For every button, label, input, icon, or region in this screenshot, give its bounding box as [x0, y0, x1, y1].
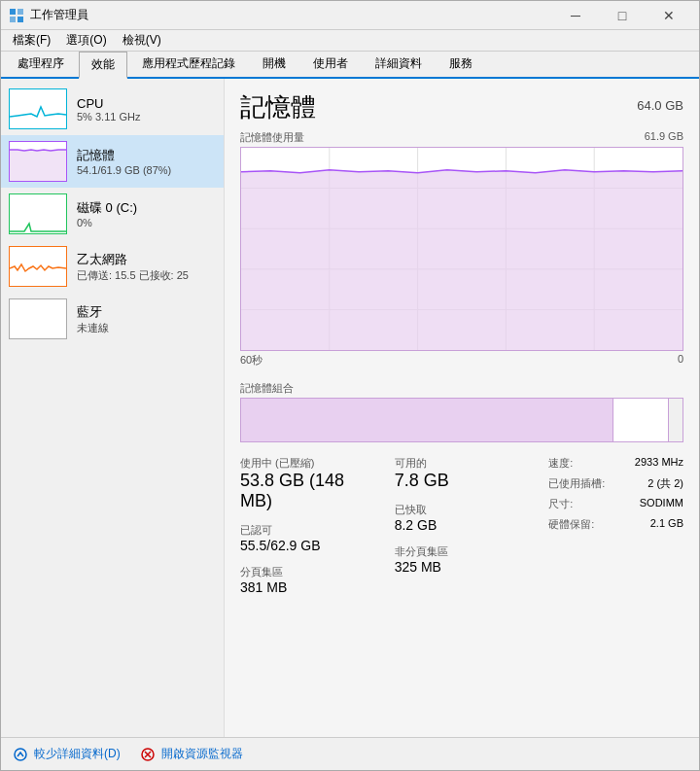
chevron-up-icon — [13, 747, 28, 762]
right-panel: 記憶體 64.0 GB 記憶體使用量 61.9 GB — [225, 79, 699, 737]
cpu-info: CPU 5% 3.11 GHz — [77, 96, 140, 123]
speed-label: 速度: — [548, 456, 573, 471]
stat-available: 可用的 7.8 GB — [395, 456, 530, 491]
cached-label: 已快取 — [395, 503, 530, 517]
bt-value: 未連線 — [77, 321, 109, 335]
tab-processes[interactable]: 處理程序 — [5, 51, 77, 77]
window-title: 工作管理員 — [30, 7, 553, 23]
time-end: 0 — [678, 353, 683, 368]
slots-label: 已使用插槽: — [548, 476, 605, 491]
bt-label: 藍牙 — [77, 303, 109, 321]
title-bar: 工作管理員 ─ □ ✕ — [1, 1, 699, 30]
graph-section: 記憶體使用量 61.9 GB — [240, 130, 683, 368]
bottom-bar: 較少詳細資料(D) 開啟資源監視器 — [1, 737, 699, 770]
memory-info: 記憶體 54.1/61.9 GB (87%) — [77, 147, 171, 176]
svg-rect-3 — [18, 17, 23, 22]
in-use-label: 使用中 (已壓縮) — [240, 456, 375, 471]
panel-header: 記憶體 64.0 GB — [240, 90, 683, 124]
form-value: SODIMM — [640, 497, 683, 511]
comp-modified — [669, 399, 682, 441]
composition-bar — [240, 398, 683, 442]
tab-performance[interactable]: 效能 — [79, 52, 127, 79]
less-detail-label: 較少詳細資料(D) — [34, 746, 121, 762]
stats-grid: 使用中 (已壓縮) 53.8 GB (148 MB) 已認可 55.5/62.9… — [240, 456, 683, 595]
sidebar-item-network[interactable]: 乙太網路 已傳送: 15.5 已接收: 25 — [1, 240, 224, 293]
stat-cached: 已快取 8.2 GB — [395, 503, 530, 533]
stat-in-use: 使用中 (已壓縮) 53.8 GB (148 MB) — [240, 456, 375, 511]
reserved-label: 硬體保留: — [548, 517, 594, 532]
stat-nonpaged: 非分頁集區 325 MB — [395, 544, 530, 575]
usage-value: 61.9 GB — [645, 130, 683, 145]
speed-value: 2933 MHz — [635, 456, 683, 471]
comp-available — [612, 399, 669, 441]
reserved-value: 2.1 GB — [650, 517, 683, 532]
close-button[interactable]: ✕ — [647, 1, 691, 30]
nonpaged-value: 325 MB — [395, 559, 530, 575]
stats-col1: 使用中 (已壓縮) 53.8 GB (148 MB) 已認可 55.5/62.9… — [240, 456, 375, 595]
stats-col3: 速度: 2933 MHz 已使用插槽: 2 (共 2) 尺寸: SODIMM 硬… — [548, 456, 683, 595]
graph-time-row: 60秒 0 — [240, 353, 683, 368]
usage-label: 記憶體使用量 — [240, 130, 304, 145]
sidebar-item-bluetooth[interactable]: 藍牙 未連線 — [1, 293, 224, 345]
time-start: 60秒 — [240, 353, 262, 368]
tab-bar: 處理程序 效能 應用程式歷程記錄 開機 使用者 詳細資料 服務 — [1, 52, 699, 79]
menu-view[interactable]: 檢視(V) — [115, 30, 169, 51]
svg-rect-0 — [10, 9, 16, 15]
reserved-row: 硬體保留: 2.1 GB — [548, 517, 683, 532]
speed-row: 速度: 2933 MHz — [548, 456, 683, 471]
cpu-value: 5% 3.11 GHz — [77, 111, 140, 123]
stat-committed: 已認可 55.5/62.9 GB — [240, 523, 375, 553]
cached-value: 8.2 GB — [395, 517, 530, 533]
sidebar-item-memory[interactable]: 記憶體 54.1/61.9 GB (87%) — [1, 135, 224, 188]
svg-rect-1 — [18, 9, 23, 15]
tab-services[interactable]: 服務 — [437, 51, 485, 77]
network-info: 乙太網路 已傳送: 15.5 已接收: 25 — [77, 251, 189, 283]
committed-value: 55.5/62.9 GB — [240, 538, 375, 553]
window-controls: ─ □ ✕ — [553, 1, 691, 30]
less-detail-button[interactable]: 較少詳細資料(D) — [13, 746, 121, 762]
tab-users[interactable]: 使用者 — [300, 51, 361, 77]
menu-options[interactable]: 選項(O) — [58, 30, 114, 51]
comp-used — [241, 399, 612, 441]
open-monitor-label: 開啟資源監視器 — [161, 746, 243, 762]
bt-info: 藍牙 未連線 — [77, 303, 109, 335]
minimize-button[interactable]: ─ — [553, 1, 598, 30]
nonpaged-label: 非分頁集區 — [395, 544, 530, 559]
paged-value: 381 MB — [240, 579, 375, 595]
disk-info: 磁碟 0 (C:) 0% — [77, 199, 137, 228]
memory-thumbnail — [9, 141, 67, 182]
form-row: 尺寸: SODIMM — [548, 497, 683, 511]
disk-value: 0% — [77, 217, 137, 228]
slots-value: 2 (共 2) — [648, 476, 683, 491]
network-label: 乙太網路 — [77, 251, 189, 268]
open-monitor-button[interactable]: 開啟資源監視器 — [140, 746, 243, 762]
sidebar-item-cpu[interactable]: CPU 5% 3.11 GHz — [1, 83, 224, 135]
svg-marker-4 — [10, 150, 66, 181]
composition-label: 記憶體組合 — [240, 381, 683, 396]
monitor-icon — [140, 747, 156, 762]
stats-col2: 可用的 7.8 GB 已快取 8.2 GB 非分頁集區 325 MB — [395, 456, 530, 595]
committed-label: 已認可 — [240, 523, 375, 538]
network-thumbnail — [9, 246, 67, 287]
task-manager-window: 工作管理員 ─ □ ✕ 檔案(F) 選項(O) 檢視(V) 處理程序 效能 應用… — [0, 0, 700, 771]
tab-app-history[interactable]: 應用程式歷程記錄 — [129, 51, 248, 77]
slots-row: 已使用插槽: 2 (共 2) — [548, 476, 683, 491]
memory-value: 54.1/61.9 GB (87%) — [77, 164, 171, 176]
form-label: 尺寸: — [548, 497, 573, 511]
tab-startup[interactable]: 開機 — [250, 51, 298, 77]
graph-label-row: 記憶體使用量 61.9 GB — [240, 130, 683, 145]
svg-point-14 — [15, 749, 26, 760]
sidebar-item-disk[interactable]: 磁碟 0 (C:) 0% — [1, 188, 224, 240]
disk-label: 磁碟 0 (C:) — [77, 199, 137, 217]
available-value: 7.8 GB — [395, 471, 530, 491]
panel-title: 記憶體 — [240, 90, 316, 124]
maximize-button[interactable]: □ — [600, 1, 645, 30]
network-value: 已傳送: 15.5 已接收: 25 — [77, 268, 189, 283]
cpu-thumbnail — [9, 88, 67, 129]
svg-marker-13 — [241, 170, 682, 350]
memory-graph — [240, 147, 683, 351]
menu-file[interactable]: 檔案(F) — [5, 30, 58, 51]
stat-paged: 分頁集區 381 MB — [240, 565, 375, 595]
tab-details[interactable]: 詳細資料 — [363, 51, 435, 77]
cpu-label: CPU — [77, 96, 140, 111]
